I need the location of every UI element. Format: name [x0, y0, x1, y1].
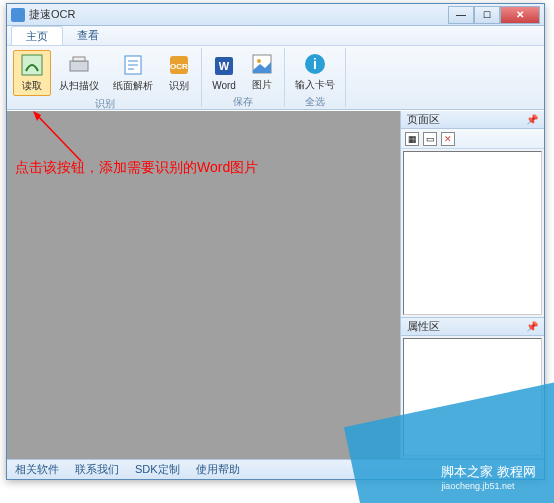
scanner-icon [67, 53, 91, 77]
statusbar: 相关软件 联系我们 SDK定制 使用帮助 [7, 459, 544, 479]
read-icon [20, 53, 44, 77]
content-area: 点击该按钮，添加需要识别的Word图片 页面区 📌 ▦ ▭ ✕ 属性区 📌 [7, 111, 544, 459]
read-button[interactable]: 读取 [13, 50, 51, 96]
ribbon-group-recognize: 读取 从扫描仪 纸面解析 OCR 识别 识别 [9, 48, 202, 107]
status-related-software[interactable]: 相关软件 [15, 462, 59, 477]
window-title: 捷速OCR [29, 7, 448, 22]
page-area-toolbar: ▦ ▭ ✕ [401, 129, 544, 149]
ocr-icon: OCR [167, 53, 191, 77]
input-card-button[interactable]: i 输入卡号 [289, 50, 341, 94]
word-label: Word [212, 80, 236, 91]
image-button[interactable]: 图片 [244, 50, 280, 94]
image-icon [250, 52, 274, 76]
page-area-panel: 页面区 📌 ▦ ▭ ✕ [401, 111, 544, 318]
svg-rect-1 [70, 61, 88, 71]
ocr-label: 识别 [169, 79, 189, 93]
svg-rect-2 [73, 57, 85, 61]
read-label: 读取 [22, 79, 42, 93]
group-label-recognize: 识别 [13, 97, 197, 111]
svg-line-15 [35, 113, 81, 161]
paper-parse-icon [121, 53, 145, 77]
annotation-text: 点击该按钮，添加需要识别的Word图片 [15, 159, 258, 177]
image-label: 图片 [252, 78, 272, 92]
ribbon-group-save: W Word 图片 保存 [202, 48, 285, 107]
app-icon [11, 8, 25, 22]
page-area-header: 页面区 📌 [401, 111, 544, 129]
property-area-header: 属性区 📌 [401, 318, 544, 336]
svg-marker-16 [33, 111, 41, 121]
word-button[interactable]: W Word [206, 50, 242, 94]
status-help[interactable]: 使用帮助 [196, 462, 240, 477]
ocr-button[interactable]: OCR 识别 [161, 50, 197, 96]
svg-text:W: W [219, 60, 230, 72]
tool-delete-icon[interactable]: ✕ [441, 132, 455, 146]
group-label-save: 保存 [206, 95, 280, 109]
page-area-body [403, 151, 542, 315]
close-button[interactable] [500, 6, 540, 24]
info-icon: i [303, 52, 327, 76]
paper-parse-button[interactable]: 纸面解析 [107, 50, 159, 96]
svg-point-12 [257, 59, 261, 63]
menubar: 主页 查看 [7, 26, 544, 46]
group-label-select: 全选 [289, 95, 341, 109]
titlebar: 捷速OCR [7, 4, 544, 26]
scanner-label: 从扫描仪 [59, 79, 99, 93]
property-area-title: 属性区 [407, 319, 440, 334]
property-area-body [403, 338, 542, 456]
svg-text:i: i [313, 56, 317, 72]
tab-home[interactable]: 主页 [11, 26, 63, 45]
ribbon-group-select: i 输入卡号 全选 [285, 48, 346, 107]
tool-thumb-icon[interactable]: ▦ [405, 132, 419, 146]
property-area-panel: 属性区 📌 [401, 318, 544, 459]
status-sdk[interactable]: SDK定制 [135, 462, 180, 477]
canvas-area: 点击该按钮，添加需要识别的Word图片 [7, 111, 400, 459]
arrow-annotation [31, 111, 91, 165]
maximize-button[interactable] [474, 6, 500, 24]
window-controls [448, 6, 540, 24]
status-contact[interactable]: 联系我们 [75, 462, 119, 477]
right-panel: 页面区 📌 ▦ ▭ ✕ 属性区 📌 [400, 111, 544, 459]
main-window: 捷速OCR 主页 查看 读取 从扫描仪 纸面解析 [6, 3, 545, 480]
input-card-label: 输入卡号 [295, 78, 335, 92]
paper-parse-label: 纸面解析 [113, 79, 153, 93]
scanner-button[interactable]: 从扫描仪 [53, 50, 105, 96]
minimize-button[interactable] [448, 6, 474, 24]
pin-icon-2[interactable]: 📌 [526, 321, 538, 332]
tab-view[interactable]: 查看 [63, 26, 113, 45]
svg-text:OCR: OCR [170, 62, 188, 71]
tool-list-icon[interactable]: ▭ [423, 132, 437, 146]
page-area-title: 页面区 [407, 112, 440, 127]
word-icon: W [212, 54, 236, 78]
pin-icon[interactable]: 📌 [526, 114, 538, 125]
ribbon: 读取 从扫描仪 纸面解析 OCR 识别 识别 W [7, 46, 544, 110]
